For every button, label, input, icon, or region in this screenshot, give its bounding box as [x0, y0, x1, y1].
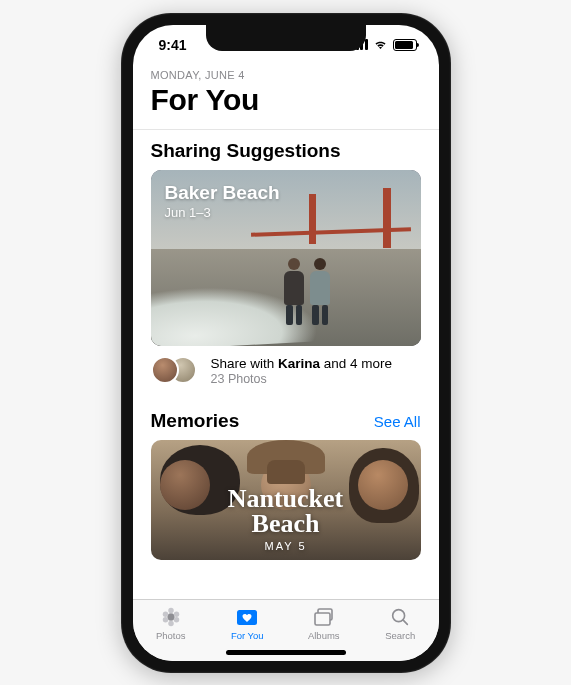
scroll-area[interactable]: Sharing Suggestions — [133, 130, 439, 599]
sharing-card-subtitle: Jun 1–3 — [165, 205, 280, 220]
page-title: For You — [151, 83, 421, 117]
tab-search[interactable]: Search — [362, 600, 439, 647]
memory-subtitle: MAY 5 — [265, 540, 307, 552]
share-count: 23 Photos — [211, 372, 393, 386]
page-header: MONDAY, JUNE 4 For You — [133, 65, 439, 130]
home-indicator[interactable] — [226, 650, 346, 655]
tab-for-you[interactable]: For You — [209, 600, 286, 647]
tab-label: Search — [385, 630, 415, 641]
screen: 9:41 MONDAY, JUNE 4 For You Sharing S — [133, 25, 439, 661]
status-time: 9:41 — [159, 37, 187, 53]
notch — [206, 25, 366, 51]
iphone-frame: 9:41 MONDAY, JUNE 4 For You Sharing S — [121, 13, 451, 673]
svg-point-4 — [168, 620, 174, 626]
sharing-card-title: Baker Beach — [165, 182, 280, 204]
avatar — [151, 356, 179, 384]
date-label: MONDAY, JUNE 4 — [151, 69, 421, 81]
photos-icon — [159, 606, 183, 628]
svg-point-3 — [174, 617, 180, 623]
svg-line-11 — [403, 620, 407, 624]
share-action-row[interactable]: Share with Karina and 4 more 23 Photos — [133, 346, 439, 401]
battery-icon — [393, 39, 417, 51]
content: MONDAY, JUNE 4 For You Sharing Suggestio… — [133, 65, 439, 599]
sharing-section-title: Sharing Suggestions — [151, 140, 341, 162]
people-graphic — [281, 258, 333, 324]
memory-title: NantucketBeach — [228, 487, 344, 536]
tab-label: Photos — [156, 630, 186, 641]
tab-photos[interactable]: Photos — [133, 600, 210, 647]
wifi-icon — [373, 39, 388, 50]
bridge-graphic — [261, 188, 411, 258]
sharing-suggestions-section: Sharing Suggestions — [133, 130, 439, 401]
heart-card-icon — [235, 606, 259, 628]
tab-label: Albums — [308, 630, 340, 641]
svg-point-5 — [163, 617, 169, 623]
sharing-card[interactable]: Baker Beach Jun 1–3 — [151, 170, 421, 346]
tab-albums[interactable]: Albums — [286, 600, 363, 647]
memory-card[interactable]: NantucketBeach MAY 5 — [151, 440, 421, 560]
memories-section-title: Memories — [151, 410, 240, 432]
memories-section: Memories See All NantucketBeach — [133, 400, 439, 560]
svg-point-1 — [168, 607, 174, 613]
svg-point-2 — [174, 611, 180, 617]
svg-point-6 — [163, 611, 169, 617]
share-label: Share with Karina and 4 more — [211, 356, 393, 373]
albums-icon — [312, 606, 336, 628]
svg-point-0 — [167, 613, 174, 620]
svg-rect-9 — [315, 613, 330, 625]
share-avatars — [151, 356, 201, 386]
search-icon — [388, 606, 412, 628]
tab-label: For You — [231, 630, 264, 641]
see-all-button[interactable]: See All — [374, 413, 421, 430]
